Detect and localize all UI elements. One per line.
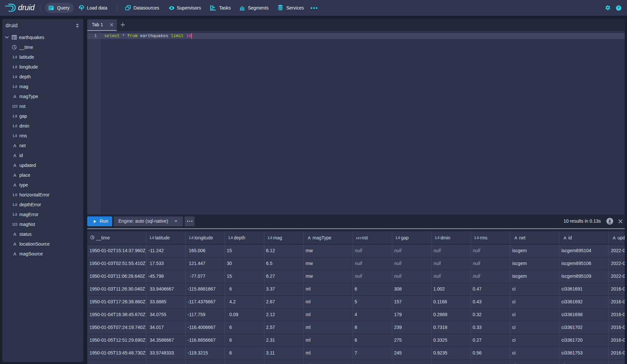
svg-text:?: ? <box>617 6 620 10</box>
